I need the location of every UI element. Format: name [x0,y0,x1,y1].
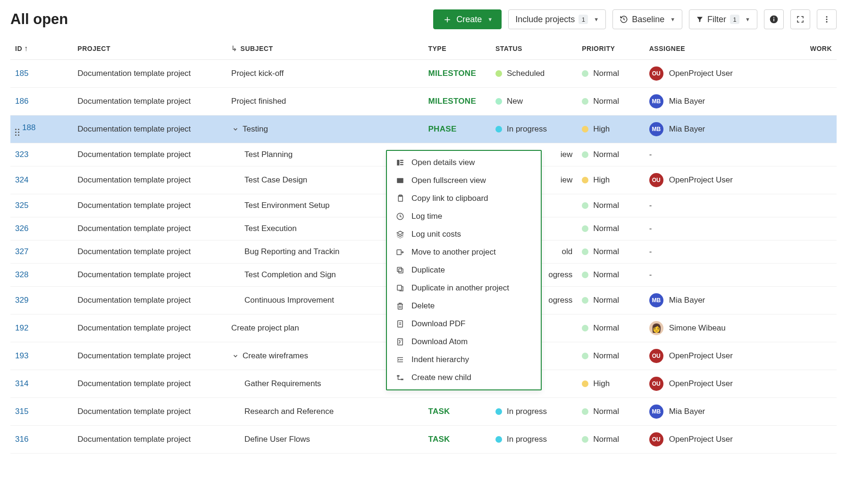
context-menu-item[interactable]: Open fullscreen view [387,172,541,190]
assignee-cell: OUOpenProject User [645,60,794,88]
drag-handle-icon[interactable] [15,129,22,136]
context-menu: Open details viewOpen fullscreen viewCop… [386,150,542,390]
status-dot-icon [495,126,502,132]
priority-dot-icon [582,151,588,158]
work-package-id-link[interactable]: 193 [15,351,28,360]
column-header-id[interactable]: ID↑ [10,36,73,60]
subject-text[interactable]: Continuous Improvement [244,296,334,305]
work-package-id-link[interactable]: 186 [15,97,28,106]
priority-cell: Normal [577,264,645,287]
svg-rect-1 [773,18,774,21]
priority-cell: Normal [577,342,645,370]
avatar: MB [649,293,663,307]
work-package-id-link[interactable]: 326 [15,224,28,233]
column-header-type[interactable]: TYPE [423,36,491,60]
column-header-work[interactable]: WORK [793,36,837,60]
indent-icon [395,355,405,364]
work-package-id-link[interactable]: 188 [22,123,35,132]
column-header-project[interactable]: PROJECT [73,36,226,60]
context-menu-item-label: Log time [411,212,442,221]
context-menu-item[interactable]: Duplicate in another project [387,279,541,297]
table-row[interactable]: 315Documentation template projectResearc… [10,398,837,426]
work-package-id-link[interactable]: 192 [15,323,28,332]
assignee-cell: 👩Simone Wibeau [645,314,794,342]
work-package-id-link[interactable]: 185 [15,69,28,78]
subject-text[interactable]: Test Case Design [244,175,307,185]
table-row[interactable]: 185Documentation template projectProject… [10,60,837,88]
fullscreen-toggle-button[interactable] [790,9,810,29]
context-menu-item[interactable]: Copy link to clipboard [387,190,541,207]
info-button[interactable] [764,9,784,29]
priority-dot-icon [582,353,588,359]
type-cell: TASK [423,398,491,426]
context-menu-item[interactable]: Log time [387,207,541,225]
context-menu-item[interactable]: Duplicate [387,261,541,279]
subject-text[interactable]: Test Execution [244,224,297,233]
assignee-cell: - [645,143,794,166]
table-row[interactable]: 316Documentation template projectDefine … [10,426,837,454]
column-header-status[interactable]: STATUS [491,36,577,60]
table-row[interactable]: 186Documentation template projectProject… [10,88,837,116]
work-package-id-link[interactable]: 316 [15,435,28,444]
assignee-cell: MBMia Bayer [645,287,794,314]
svg-point-5 [826,21,828,23]
avatar: OU [649,349,663,363]
duplicate-icon [395,266,405,274]
work-cell [793,166,837,194]
chevron-down-icon[interactable] [231,352,240,360]
filter-button[interactable]: Filter 1 ▼ [689,9,757,29]
subject-text[interactable]: Test Planning [244,150,293,159]
avatar: MB [649,122,663,136]
context-menu-item[interactable]: Download Atom [387,333,541,351]
project-cell: Documentation template project [73,426,226,454]
work-package-id-link[interactable]: 329 [15,296,28,305]
create-button[interactable]: ＋ Create ▼ [433,9,502,29]
subject-text[interactable]: Test Environment Setup [244,201,329,210]
work-package-id-link[interactable]: 315 [15,407,28,416]
priority-dot-icon [582,272,588,278]
work-package-id-link[interactable]: 323 [15,150,28,159]
subject-text[interactable]: Test Completion and Sign [244,270,336,280]
subject-text[interactable]: Project finished [231,97,286,106]
work-package-id-link[interactable]: 327 [15,247,28,256]
table-row[interactable]: 188Documentation template projectTesting… [10,116,837,143]
subject-text[interactable]: Testing [243,124,268,134]
column-header-subject[interactable]: ↳SUBJECT [226,36,423,60]
include-projects-button[interactable]: Include projects 1 ▼ [508,9,606,29]
svg-rect-7 [400,160,403,161]
work-cell [793,264,837,287]
subject-text[interactable]: Gather Requirements [244,379,321,388]
subject-text[interactable]: Create wireframes [243,351,308,361]
context-menu-item[interactable]: Download PDF [387,315,541,333]
context-menu-item[interactable]: Open details view [387,154,541,172]
atom-icon [395,338,405,346]
fullscreen-icon [395,176,405,185]
subject-text[interactable]: Define User Flows [244,435,310,444]
work-package-id-link[interactable]: 314 [15,379,28,388]
work-package-id-link[interactable]: 324 [15,175,28,184]
more-menu-button[interactable] [817,9,837,29]
subject-text[interactable]: Project kick-off [231,69,284,78]
avatar: OU [649,432,663,446]
context-menu-item[interactable]: Log unit costs [387,225,541,243]
subject-text[interactable]: Research and Reference [244,407,334,416]
work-package-id-link[interactable]: 325 [15,201,28,210]
subject-text[interactable]: Bug Reporting and Trackin [244,247,339,256]
column-header-assignee[interactable]: ASSIGNEE [645,36,794,60]
hierarchy-icon: ↳ [231,44,238,52]
subject-text[interactable]: Create project plan [231,323,299,333]
column-header-priority[interactable]: PRIORITY [577,36,645,60]
chevron-down-icon[interactable] [231,125,240,133]
avatar: OU [649,173,663,187]
context-menu-item[interactable]: Move to another project [387,243,541,261]
status-dot-icon [495,98,502,105]
context-menu-item[interactable]: Delete [387,297,541,315]
baseline-button[interactable]: Baseline ▼ [612,9,682,29]
work-package-id-link[interactable]: 328 [15,270,28,279]
filter-count: 1 [730,15,739,24]
work-cell [793,88,837,116]
context-menu-item[interactable]: Indent hierarchy [387,351,541,369]
context-menu-item[interactable]: Create new child [387,369,541,387]
priority-cell: Normal [577,426,645,454]
project-cell: Documentation template project [73,370,226,398]
